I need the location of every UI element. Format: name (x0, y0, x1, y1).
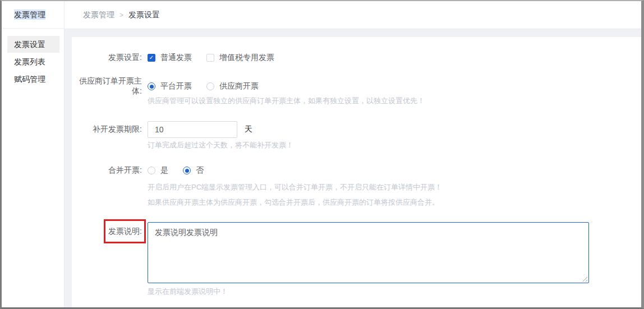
merge-invoicing-row: 合并开票: 是 否 (72, 163, 641, 178)
merge-invoicing-label: 合并开票: (72, 165, 142, 176)
checkbox-ordinary-invoice[interactable]: ✓ 普通发票 (148, 53, 192, 63)
reissue-period-label: 补开发票期限: (72, 124, 142, 135)
radio-merge-yes[interactable]: 是 (148, 165, 168, 176)
sidebar-menu: 发票设置 发票列表 赋码管理 (2, 29, 64, 87)
radio-selected-icon[interactable] (148, 82, 155, 90)
breadcrumb-item-invoice-settings: 发票设置 (128, 10, 160, 20)
radio-unselected-icon[interactable] (148, 167, 155, 174)
checkbox-vat-special-invoice[interactable]: 增值税专用发票 (206, 53, 274, 63)
checkbox-unchecked-icon[interactable] (206, 54, 214, 62)
radio-merge-no-label[interactable]: 否 (196, 165, 204, 176)
sidebar-item-invoice-settings[interactable]: 发票设置 (7, 36, 59, 53)
sidebar: 发票管理 发票设置 发票列表 赋码管理 (2, 1, 65, 307)
radio-merge-no[interactable]: 否 (183, 165, 204, 176)
checkbox-vat-special-invoice-label[interactable]: 增值税专用发票 (219, 53, 274, 63)
checkbox-checked-icon[interactable]: ✓ (148, 54, 155, 62)
breadcrumb-item-invoice-management[interactable]: 发票管理 (83, 10, 114, 20)
supplier-subject-row: 供应商订单开票主体: 平台开票 供应商开票 (72, 79, 641, 94)
invoice-note-textarea[interactable]: 发票说明发票说明 (148, 222, 589, 283)
merge-invoicing-help-2: 如果供应商开票主体为供应商开票，勾选合并开票后，供应商开票的订单将按供应商合并。 (148, 197, 439, 207)
app-window: 发票管理 发票设置 发票列表 赋码管理 发票管理 > 发票设置 发票设置: ✓ … (0, 0, 644, 309)
sidebar-title: 发票管理 (2, 1, 64, 29)
supplier-subject-help: 供应商管理可以设置独立的供应商订单开票主体，如果有独立设置，以独立设置优先！ (148, 96, 425, 106)
sidebar-item-invoice-list[interactable]: 发票列表 (7, 53, 59, 70)
sidebar-item-code-management[interactable]: 赋码管理 (7, 71, 59, 87)
invoice-note-field-wrap: 发票说明发票说明 (148, 222, 589, 283)
chevron-right-icon: > (119, 11, 123, 19)
reissue-period-unit: 天 (245, 124, 252, 135)
invoice-note-help: 显示在前端发票说明中！ (148, 287, 228, 297)
radio-platform-invoicing[interactable]: 平台开票 (148, 81, 192, 91)
breadcrumb: 发票管理 > 发票设置 (65, 1, 641, 29)
checkbox-ordinary-invoice-label[interactable]: 普通发票 (160, 53, 192, 63)
radio-platform-invoicing-label[interactable]: 平台开票 (160, 81, 192, 91)
page-background: 发票设置: ✓ 普通发票 增值税专用发票 供应商订单开票主体: (65, 30, 641, 307)
merge-invoicing-help-1: 开启后用户在PC端显示发票管理入口，可以合并订单开票，不开启只能在订单详情中开票… (148, 182, 442, 192)
reissue-period-row: 补开发票期限: 天 (72, 121, 641, 138)
radio-supplier-invoicing[interactable]: 供应商开票 (206, 81, 259, 91)
settings-card: 发票设置: ✓ 普通发票 增值税专用发票 供应商订单开票主体: (72, 37, 641, 309)
radio-merge-yes-label[interactable]: 是 (160, 165, 168, 176)
radio-selected-icon[interactable] (183, 167, 191, 174)
sidebar-title-text: 发票管理 (14, 10, 45, 20)
radio-unselected-icon[interactable] (206, 82, 214, 90)
invoice-type-row: 发票设置: ✓ 普通发票 增值税专用发票 (72, 50, 641, 65)
invoice-note-label: 发票说明: (72, 227, 142, 237)
reissue-period-help: 订单完成后超过这个天数，将不能补开发票！ (148, 140, 293, 150)
radio-supplier-invoicing-label[interactable]: 供应商开票 (219, 81, 259, 91)
supplier-subject-label: 供应商订单开票主体: (72, 76, 142, 96)
reissue-period-input[interactable] (148, 121, 237, 138)
invoice-type-label: 发票设置: (72, 53, 142, 63)
